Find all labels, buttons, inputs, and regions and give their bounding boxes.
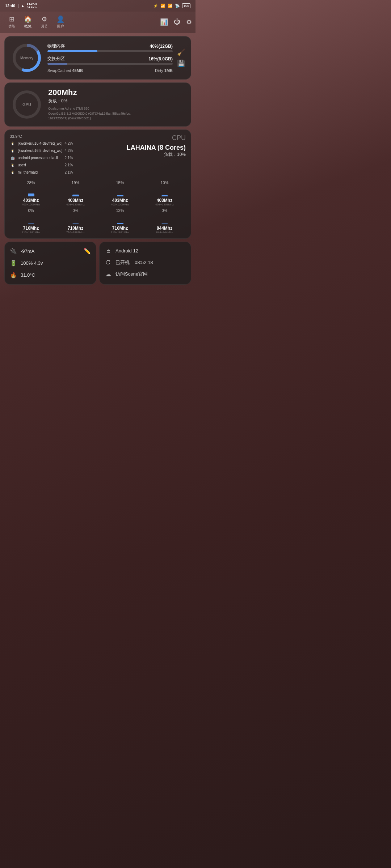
gpu-label: GPU	[22, 102, 31, 107]
gpu-details: 200Mhz 负载：0% Qualcomm Adreno (TM) 660 Op…	[48, 88, 185, 121]
tab-adjust-label: 调节	[41, 24, 48, 29]
battery-full-icon: 🔋	[10, 260, 17, 267]
tab-users[interactable]: 👤 用户	[52, 14, 69, 30]
clean-icon[interactable]: 🧹	[177, 48, 185, 56]
battery-current: -97mA	[21, 248, 34, 254]
dirty-item: Dirty 1MB	[155, 68, 173, 73]
battery-temp: 31.0°C	[21, 272, 35, 278]
process-4-pct: 2.1%	[64, 163, 73, 167]
process-2: 🐧 [kworker/u16:5-devfreq_wq] 4.2%	[10, 148, 73, 154]
network-up: 54.9K/s	[27, 2, 37, 6]
core-4-bar	[28, 224, 34, 224]
core-3-bar	[161, 195, 168, 196]
core-2-freq: 403Mhz	[99, 198, 141, 203]
core-7-bar	[161, 224, 168, 224]
core-1-freq: 403Mhz	[54, 198, 97, 203]
process-1-name: [kworker/u16:4-devfreq_wq]	[18, 141, 62, 145]
cpu-core-5: 0% 710Mhz 710~1881Mhz	[54, 208, 97, 234]
bluetooth-icon: ⚡	[153, 4, 158, 8]
scene-web-item[interactable]: ☁ 访问Scene官网	[105, 271, 186, 278]
cpu-processes-list: 33.9°C 🐧 [kworker/u16:4-devfreq_wq] 4.2%…	[10, 134, 73, 177]
cpu-summary: CPU LAHAINA (8 Cores) 负载：10%	[127, 134, 186, 158]
process-3-name: android.process.mediaUI	[18, 156, 62, 160]
core-0-freq: 403Mhz	[10, 198, 52, 203]
core-0-bar-container	[10, 186, 52, 196]
tab-adjust[interactable]: ⚙ 调节	[36, 14, 52, 30]
core-4-bar-container	[10, 213, 52, 224]
core-4-range: 710~1881Mhz	[10, 231, 52, 234]
memory-footer: SwapCached 45MB Dirty 1MB	[47, 68, 173, 73]
core-4-freq: 710Mhz	[10, 226, 52, 231]
uptime-value: 08:52:18	[135, 260, 153, 265]
cpu-temp: 33.9°C	[10, 134, 73, 139]
nav-bar: ⊞ 功能 🏠 概览 ⚙ 调节 👤 用户 📊 ⏻ ⚙	[0, 12, 196, 33]
battery-current-item: 🔌 -97mA ✏️	[10, 248, 91, 255]
power-icon[interactable]: ⏻	[174, 18, 180, 26]
battery-indicator: 100	[182, 3, 190, 8]
tab-users-label: 用户	[57, 24, 64, 29]
core-3-freq: 403Mhz	[143, 198, 186, 203]
edit-icon[interactable]: ✏️	[84, 248, 91, 255]
android-version: Android 12	[115, 248, 138, 254]
core-1-range: 403~1209Mhz	[54, 203, 97, 206]
uptime-label: 已开机	[115, 259, 130, 266]
disk-icon[interactable]: 💾	[177, 59, 185, 67]
core-2-bar	[117, 195, 123, 196]
cpu-core-1: 19% 403Mhz 403~1209Mhz	[54, 180, 97, 206]
process-3-pct: 2.1%	[64, 156, 73, 160]
uptime-item: ⏱ 已开机 08:52:18	[105, 259, 186, 266]
cloud-icon: ☁	[105, 271, 112, 278]
process-5-name: mi_thermald	[18, 170, 62, 174]
core-4-pct: 0%	[10, 208, 52, 213]
process-1-pct: 4.2%	[64, 141, 73, 145]
wifi-icon: 📡	[175, 4, 180, 8]
cpu-card: 33.9°C 🐧 [kworker/u16:4-devfreq_wq] 4.2%…	[4, 129, 191, 239]
battery-level-value: 100% 4.3v	[21, 260, 43, 266]
overview-icon: 🏠	[24, 15, 32, 23]
signal-icon: 📶	[160, 4, 165, 8]
tab-overview[interactable]: 🏠 概览	[20, 14, 36, 30]
core-6-pct: 13%	[99, 208, 141, 213]
chart-icon[interactable]: 📊	[160, 18, 168, 26]
core-7-range: 844~844Mhz	[143, 231, 186, 234]
cpu-core-2: 15% 403Mhz 403~1209Mhz	[99, 180, 141, 206]
core-0-pct: 28%	[10, 180, 52, 185]
users-icon: 👤	[56, 15, 64, 23]
core-7-bar-container	[143, 213, 186, 224]
gpu-info2: OpenGL ES 3.2 V@0530.0 (GIT@4a124bc, l55…	[48, 111, 185, 116]
cpu-core-4: 0% 710Mhz 710~1881Mhz	[10, 208, 52, 234]
process-5-icon: 🐧	[10, 170, 16, 175]
process-5: 🐧 mi_thermald 2.1%	[10, 170, 73, 175]
process-1-icon: 🐧	[10, 141, 16, 146]
core-6-bar-container	[99, 213, 141, 224]
android-item: 🖥 Android 12	[105, 248, 186, 254]
tab-overview-label: 概览	[24, 24, 31, 29]
swap-fill	[47, 63, 67, 65]
power-plug-icon: 🔌	[10, 248, 17, 255]
core-5-pct: 0%	[54, 208, 97, 213]
fire-icon: 🔥	[10, 272, 17, 278]
gpu-info3: 1622723547) (Date:06/03/21)	[48, 116, 185, 121]
process-3-icon: 🤖	[10, 155, 16, 161]
battery-level: 100	[184, 4, 189, 8]
process-4-icon: 🐧	[10, 162, 16, 168]
core-5-bar	[72, 224, 79, 224]
process-4-name: uperf	[18, 163, 62, 167]
adjust-icon: ⚙	[41, 15, 47, 23]
core-5-freq: 710Mhz	[54, 226, 97, 231]
cpu-chip-name: LAHAINA (8 Cores)	[127, 144, 186, 152]
core-3-pct: 10%	[143, 180, 186, 185]
system-card: 🖥 Android 12 ⏱ 已开机 08:52:18 ☁ 访问Scene官网	[99, 242, 191, 285]
status-right: ⚡ 📶 📶 📡 100	[153, 3, 190, 8]
gpu-info1: Qualcomm Adreno (TM) 660	[48, 106, 185, 111]
core-5-range: 710~1881Mhz	[54, 231, 97, 234]
process-3: 🤖 android.process.mediaUI 2.1%	[10, 155, 73, 161]
cpu-title-label: CPU	[127, 134, 186, 142]
status-divider: |	[17, 4, 18, 8]
swapcached-item: SwapCached 45MB	[47, 68, 83, 73]
core-2-pct: 15%	[99, 180, 141, 185]
functions-icon: ⊞	[9, 15, 14, 23]
cpu-core-6: 13% 710Mhz 710~1881Mhz	[99, 208, 141, 234]
settings-icon[interactable]: ⚙	[186, 18, 192, 26]
tab-functions[interactable]: ⊞ 功能	[4, 14, 20, 30]
